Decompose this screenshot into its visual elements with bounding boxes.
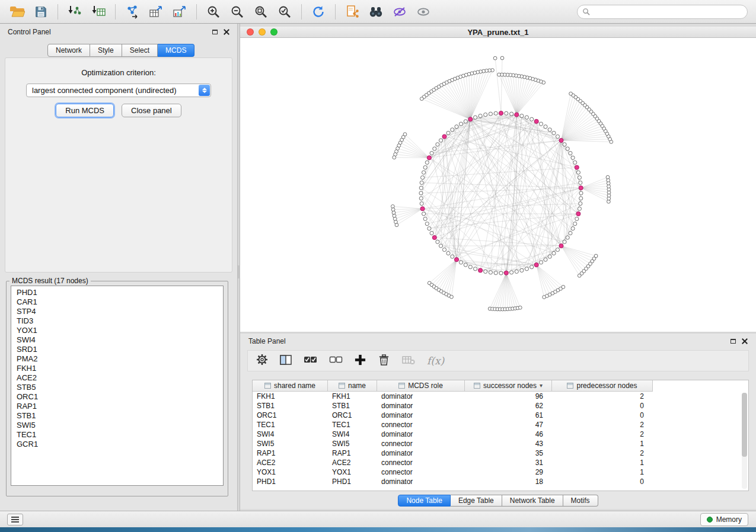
run-mcds-button[interactable]: Run MCDS xyxy=(56,104,114,117)
mcds-result-item[interactable]: RAP1 xyxy=(11,402,223,411)
mcds-result-item[interactable]: GCR1 xyxy=(11,440,223,449)
import-network-icon[interactable] xyxy=(63,2,86,21)
zoom-selected-icon[interactable] xyxy=(273,2,296,21)
tab-motifs[interactable]: Motifs xyxy=(563,495,598,507)
table-scrollbar[interactable] xyxy=(742,393,747,489)
import-table-icon[interactable] xyxy=(87,2,110,21)
mcds-result-list[interactable]: PHD1CAR1STP4TID3YOX1SWI4SRD1PMA2FKH1ACE2… xyxy=(11,286,224,486)
export-image-icon[interactable] xyxy=(168,2,191,21)
float-panel-icon[interactable] xyxy=(731,339,736,344)
filter-icon[interactable] xyxy=(388,2,411,21)
control-panel: Control Panel NetworkStyleSelectMCDS Opt… xyxy=(0,24,237,511)
cell-MCDS-role: dominator xyxy=(377,477,465,486)
tab-network-table[interactable]: Network Table xyxy=(502,495,563,507)
tab-network[interactable]: Network xyxy=(47,44,90,57)
cell-shared-name: ORC1 xyxy=(253,411,328,419)
cell-shared-name: SWI5 xyxy=(253,440,328,448)
mcds-result-item[interactable]: STB1 xyxy=(11,411,223,421)
column-header-shared-name[interactable]: shared name xyxy=(253,380,328,392)
cell-name: SWI4 xyxy=(328,430,377,438)
mcds-result-item[interactable]: ORC1 xyxy=(11,392,223,402)
scrollbar-thumb[interactable] xyxy=(742,393,747,457)
tab-mcds[interactable]: MCDS xyxy=(158,44,194,57)
application-window: Control Panel NetworkStyleSelectMCDS Opt… xyxy=(0,0,756,532)
tab-node-table[interactable]: Node Table xyxy=(398,495,451,507)
optimization-criterion-dropdown[interactable]: largest connected component (undirected) xyxy=(26,84,211,97)
zoom-fit-icon[interactable] xyxy=(250,2,272,21)
deselect-all-icon[interactable] xyxy=(329,354,343,367)
table-row[interactable]: STB1STB1dominator620 xyxy=(253,401,748,411)
float-panel-icon[interactable] xyxy=(212,30,218,34)
window-close-icon[interactable] xyxy=(247,28,254,36)
copy-style-icon[interactable] xyxy=(341,2,363,21)
mcds-result-item[interactable]: PMA2 xyxy=(11,354,223,364)
open-folder-icon[interactable] xyxy=(6,2,28,21)
cell-shared-name: PHD1 xyxy=(253,477,328,486)
table-row[interactable]: SWI4SWI4dominator462 xyxy=(253,430,748,439)
search-network-icon[interactable] xyxy=(365,2,387,21)
table-row[interactable]: YOX1YOX1connector291 xyxy=(253,467,748,477)
mcds-result-item[interactable]: SWI4 xyxy=(11,335,223,345)
show-hide-icon[interactable] xyxy=(412,2,435,21)
mcds-result-item[interactable]: STB5 xyxy=(11,383,223,392)
memory-label: Memory xyxy=(716,515,742,524)
search-input[interactable] xyxy=(594,8,742,16)
table-row[interactable]: ACE2ACE2connector311 xyxy=(253,458,748,467)
save-icon[interactable] xyxy=(30,2,52,21)
close-panel-icon[interactable] xyxy=(224,29,229,35)
mcds-result-item[interactable]: ACE2 xyxy=(11,373,223,383)
column-label: shared name xyxy=(274,382,315,390)
table-panel-tabs: Node TableEdge TableNetwork TableMotifs xyxy=(240,495,756,507)
show-columns-icon[interactable] xyxy=(280,354,292,368)
export-table-icon[interactable] xyxy=(145,2,167,21)
table-settings-gear-icon[interactable] xyxy=(256,354,268,368)
zoom-out-icon[interactable] xyxy=(226,2,248,21)
search-box[interactable] xyxy=(577,5,748,19)
tab-edge-table[interactable]: Edge Table xyxy=(451,495,502,507)
refresh-icon[interactable] xyxy=(307,2,330,21)
select-all-icon[interactable] xyxy=(304,354,317,367)
mcds-result-item[interactable]: SRD1 xyxy=(11,345,223,354)
zoom-in-icon[interactable] xyxy=(202,2,225,21)
table-row[interactable]: SWI5SWI5connector431 xyxy=(253,439,748,448)
network-graph[interactable] xyxy=(240,38,756,332)
mcds-result-item[interactable]: TID3 xyxy=(11,316,223,326)
mcds-result-item[interactable]: CAR1 xyxy=(11,297,223,307)
table-row[interactable]: ORC1ORC1dominator610 xyxy=(253,411,748,420)
delete-column-trash-icon[interactable] xyxy=(378,354,390,368)
tab-select[interactable]: Select xyxy=(122,44,158,57)
mcds-result-item[interactable]: YOX1 xyxy=(11,326,223,335)
table-row[interactable]: TEC1TEC1connector472 xyxy=(253,420,748,430)
memory-button[interactable]: Memory xyxy=(700,513,748,526)
hamburger-menu-icon[interactable] xyxy=(7,514,23,525)
table-row[interactable]: RAP1RAP1dominator352 xyxy=(253,448,748,458)
table-row[interactable]: FKH1FKH1dominator962 xyxy=(253,392,748,401)
table-row[interactable]: PHD1PHD1dominator180 xyxy=(253,477,748,486)
cell-predecessor-nodes: 0 xyxy=(552,411,653,419)
cell-shared-name: TEC1 xyxy=(253,421,328,429)
add-column-icon[interactable] xyxy=(355,354,366,368)
column-header-name[interactable]: name xyxy=(328,380,377,392)
column-header-MCDS-role[interactable]: MCDS role xyxy=(377,380,465,392)
mcds-result-item[interactable]: PHD1 xyxy=(11,288,223,297)
cell-successor-nodes: 96 xyxy=(465,392,552,400)
column-header-predecessor-nodes[interactable]: predecessor nodes xyxy=(552,380,653,392)
delete-table-icon[interactable] xyxy=(402,355,415,367)
mcds-result-item[interactable]: STP4 xyxy=(11,307,223,316)
network-view[interactable] xyxy=(240,38,756,332)
dropdown-value: largest connected component (undirected) xyxy=(32,86,177,95)
cell-MCDS-role: dominator xyxy=(377,402,465,410)
mcds-result-item[interactable]: TEC1 xyxy=(11,430,223,440)
function-builder-icon[interactable]: f(x) xyxy=(427,355,444,367)
window-minimize-icon[interactable] xyxy=(259,28,266,36)
cell-name: ORC1 xyxy=(328,411,377,419)
mcds-result-item[interactable]: SWI5 xyxy=(11,421,223,430)
column-header-successor-nodes[interactable]: successor nodes▾ xyxy=(465,380,552,392)
column-label: successor nodes xyxy=(483,382,537,390)
close-panel-icon[interactable] xyxy=(742,338,748,344)
export-network-icon[interactable] xyxy=(121,2,143,21)
close-panel-button[interactable]: Close panel xyxy=(122,104,181,117)
window-maximize-icon[interactable] xyxy=(270,28,277,36)
tab-style[interactable]: Style xyxy=(90,44,122,57)
mcds-result-item[interactable]: FKH1 xyxy=(11,364,223,373)
